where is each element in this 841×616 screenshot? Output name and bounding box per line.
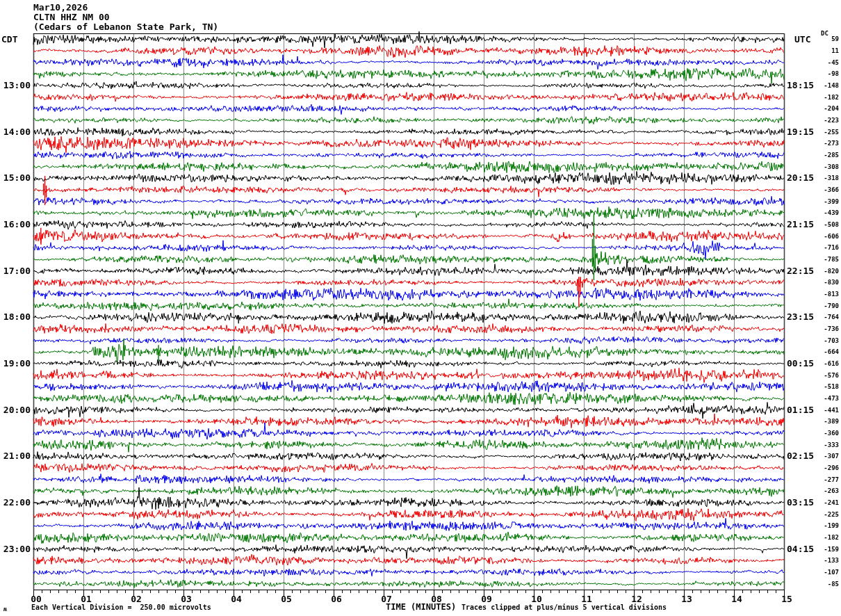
x-tick-label: 06 xyxy=(327,594,346,603)
seismogram-canvas xyxy=(0,0,841,616)
right-utc-label: 03:15 xyxy=(787,498,822,508)
dc-offset-value: -606 xyxy=(818,233,839,240)
dc-offset-value: -785 xyxy=(818,256,839,263)
dc-offset-value: 11 xyxy=(818,47,839,54)
left-timezone-label: CDT xyxy=(1,34,17,44)
dc-offset-value: -225 xyxy=(818,511,839,518)
dc-offset-value: -199 xyxy=(818,522,839,529)
x-tick-label: 11 xyxy=(577,594,596,603)
left-hour-label: 17:00 xyxy=(0,266,31,276)
left-hour-label: 13:00 xyxy=(0,81,31,90)
x-tick-label: 10 xyxy=(527,594,546,603)
left-hour-label: 21:00 xyxy=(0,451,31,461)
dc-offset-value: -399 xyxy=(818,198,839,205)
left-hour-label: 23:00 xyxy=(0,544,31,554)
x-tick-label: 03 xyxy=(177,594,196,603)
dc-offset-value: -366 xyxy=(818,186,839,193)
dc-offset-value: -255 xyxy=(818,129,839,136)
webicorder-page: Mar10,2026 CLTN HHZ NM 00 (Cedars of Leb… xyxy=(0,0,841,616)
scale-note: Each Vertical Division = 250.00 microvol… xyxy=(31,603,211,611)
dc-offset-value: -360 xyxy=(818,430,839,437)
dc-offset-value: -820 xyxy=(818,268,839,275)
dc-offset-value: -473 xyxy=(818,395,839,402)
dc-offset-value: -508 xyxy=(818,221,839,228)
dc-offset-value: -736 xyxy=(818,325,839,332)
x-tick-label: 12 xyxy=(627,594,646,603)
right-utc-label: 23:15 xyxy=(787,312,822,322)
dc-offset-value: -616 xyxy=(818,360,839,367)
right-utc-label: 00:15 xyxy=(787,359,822,368)
dc-offset-value: -576 xyxy=(818,372,839,379)
dc-offset-value: -764 xyxy=(818,314,839,321)
left-hour-label: 20:00 xyxy=(0,405,31,415)
dc-offset-value: -333 xyxy=(818,441,839,448)
dc-offset-value: -285 xyxy=(818,152,839,159)
dc-offset-value: -182 xyxy=(818,534,839,541)
dc-offset-value: -45 xyxy=(818,59,839,66)
dc-offset-value: -296 xyxy=(818,464,839,471)
header-station-name: (Cedars of Lebanon State Park, TN) xyxy=(33,22,218,32)
dc-offset-value: -664 xyxy=(818,348,839,355)
dc-offset-value: -273 xyxy=(818,140,839,147)
right-utc-label: 02:15 xyxy=(787,451,822,461)
x-tick-label: 00 xyxy=(26,594,46,603)
dc-offset-value: -241 xyxy=(818,499,839,506)
dc-offset-value: -223 xyxy=(818,117,839,124)
left-hour-label: 15:00 xyxy=(0,173,31,183)
clip-note: Traces clipped at plus/minus 5 vertical … xyxy=(462,603,667,611)
x-tick-label: 02 xyxy=(126,594,146,603)
header-date: Mar10,2026 xyxy=(33,3,88,13)
dc-offset-value: -716 xyxy=(818,244,839,251)
x-tick-label: 04 xyxy=(227,594,246,603)
left-hour-label: 18:00 xyxy=(0,312,31,322)
dc-offset-value: -85 xyxy=(818,581,839,587)
dc-offset-value: -182 xyxy=(818,94,839,101)
dc-offset-value: -389 xyxy=(818,418,839,425)
x-tick-label: 15 xyxy=(777,594,797,603)
dc-offset-value: -307 xyxy=(818,453,839,460)
left-hour-label: 22:00 xyxy=(0,498,31,508)
dc-offset-value: 59 xyxy=(818,35,839,42)
dc-offset-value: -813 xyxy=(818,291,839,298)
right-utc-label: 18:15 xyxy=(787,81,822,90)
right-utc-label: 21:15 xyxy=(787,220,822,229)
dc-offset-value: -133 xyxy=(818,557,839,564)
header-station-code: CLTN HHZ NM 00 xyxy=(33,13,110,22)
tiny-waveform-glyph: ʍ xyxy=(3,606,7,613)
dc-offset-value: -107 xyxy=(818,569,839,576)
dc-offset-value: -439 xyxy=(818,209,839,216)
dc-offset-value: -98 xyxy=(818,70,839,77)
left-hour-label: 16:00 xyxy=(0,220,31,229)
dc-offset-value: -790 xyxy=(818,302,839,309)
dc-offset-value: -204 xyxy=(818,105,839,112)
right-utc-label: 22:15 xyxy=(787,266,822,276)
x-tick-label: 01 xyxy=(76,594,96,603)
dc-offset-value: -318 xyxy=(818,175,839,181)
dc-offset-value: -703 xyxy=(818,337,839,344)
left-hour-label: 19:00 xyxy=(0,359,31,368)
dc-offset-value: -308 xyxy=(818,163,839,170)
dc-offset-value: -159 xyxy=(818,546,839,553)
dc-offset-value: -830 xyxy=(818,279,839,286)
x-axis-title: TIME (MINUTES) xyxy=(386,602,456,612)
right-utc-label: 04:15 xyxy=(787,544,822,554)
right-utc-label: 01:15 xyxy=(787,405,822,415)
left-hour-label: 14:00 xyxy=(0,127,31,137)
dc-offset-value: -148 xyxy=(818,82,839,89)
x-tick-label: 05 xyxy=(277,594,296,603)
dc-offset-value: -518 xyxy=(818,383,839,390)
x-tick-label: 09 xyxy=(477,594,496,603)
x-tick-label: 14 xyxy=(727,594,746,603)
x-tick-label: 13 xyxy=(677,594,696,603)
dc-offset-value: -277 xyxy=(818,476,839,483)
right-timezone-label: UTC xyxy=(794,34,810,44)
dc-offset-value: -441 xyxy=(818,407,839,414)
dc-offset-value: -263 xyxy=(818,487,839,494)
right-utc-label: 19:15 xyxy=(787,127,822,137)
right-utc-label: 20:15 xyxy=(787,173,822,183)
